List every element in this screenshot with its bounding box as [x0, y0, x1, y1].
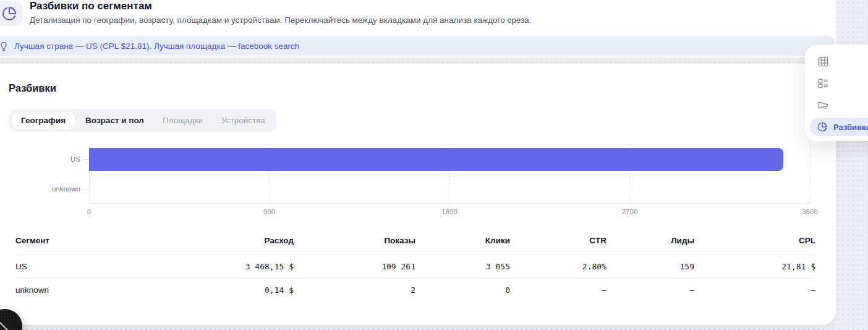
- category-label: US: [5, 155, 80, 163]
- side-nav-panel: Разбивки: [805, 45, 868, 141]
- megaphone-icon: [817, 99, 829, 111]
- pie-chart-icon: [817, 122, 827, 132]
- insight-text: Лучшая страна — US (CPL $21.81). Лучшая …: [14, 41, 299, 51]
- table-cell: 21,81 $: [694, 255, 815, 279]
- table-cell: 3 468,15 $: [179, 255, 294, 279]
- page-subtitle: Детализация по географии, возрасту, площ…: [30, 15, 531, 26]
- insight-banner: Лучшая страна — US (CPL $21.81). Лучшая …: [0, 36, 835, 56]
- nav-item-label: Разбивки: [833, 123, 868, 132]
- chart-row-unknown: unknown: [89, 174, 810, 204]
- x-tick-label: 3600: [802, 208, 818, 215]
- tab-placements[interactable]: Площадки: [154, 111, 211, 129]
- table-cell: US: [15, 255, 179, 279]
- pie-chart-icon: [0, 1, 22, 26]
- breakdowns-card: Разбивки География Возраст и пол Площадк…: [0, 64, 836, 325]
- x-tick-label: 2700: [622, 208, 638, 215]
- table-header-cell: Клики: [415, 230, 510, 255]
- x-tick-label: 900: [263, 208, 275, 215]
- table-cell: unknown: [15, 279, 179, 302]
- table-cell: 0: [415, 279, 510, 302]
- tab-devices[interactable]: Устройства: [213, 111, 274, 129]
- table-header-row: СегментРасходПоказыКликиCTRЛидыCPL: [15, 230, 815, 255]
- nav-grid-button[interactable]: [805, 51, 868, 72]
- breakdown-tabs: География Возраст и пол Площадки Устройс…: [9, 109, 276, 132]
- table-row: US3 468,15 $109 2613 0552.80%15921,81 $: [15, 255, 815, 279]
- lightbulb-icon: [0, 41, 9, 51]
- table-cell: 2: [294, 279, 415, 302]
- table-cell: –: [510, 279, 606, 302]
- table-cell: 159: [606, 255, 694, 279]
- header-card: Разбивки по сегментам Детализация по гео…: [0, 0, 836, 58]
- nav-megaphone-button[interactable]: [805, 94, 868, 116]
- nav-breakdowns-item[interactable]: Разбивки: [810, 118, 868, 136]
- table-body: US3 468,15 $109 2613 0552.80%15921,81 $u…: [15, 255, 815, 302]
- table-cell: 3 055: [415, 255, 510, 279]
- category-label: unknown: [5, 185, 80, 193]
- breakdown-chart: USunknown 0900180027003600: [89, 144, 810, 219]
- section-heading: Разбивки: [9, 82, 817, 94]
- layout-list-icon: [817, 77, 829, 89]
- tab-geography[interactable]: География: [11, 111, 75, 129]
- table-row: unknown0,14 $20–––: [15, 279, 815, 302]
- table-header-cell: Показы: [294, 230, 415, 255]
- table-header-cell: CPL: [694, 230, 815, 255]
- table-cell: –: [606, 279, 694, 302]
- nav-layout-list-button[interactable]: [805, 72, 868, 94]
- table-header-cell: Расход: [179, 230, 294, 255]
- table-cell: 2.80%: [510, 255, 606, 279]
- page-title: Разбивки по сегментам: [30, 0, 531, 12]
- table-cell: 0,14 $: [179, 279, 294, 302]
- table-cell: –: [694, 279, 815, 302]
- category-tick: [85, 189, 89, 189]
- tab-age-gender[interactable]: Возраст и пол: [77, 111, 153, 129]
- category-tick: [85, 159, 89, 160]
- table-header-cell: CTR: [510, 230, 606, 255]
- gridline: [810, 144, 811, 203]
- chart-x-axis: 0900180027003600: [89, 204, 810, 219]
- chart-row-US: US: [89, 144, 810, 174]
- table-header-cell: Лиды: [606, 230, 694, 255]
- chart-plot-area: USunknown: [89, 144, 810, 204]
- table-cell: 109 261: [294, 255, 415, 279]
- breakdown-table: СегментРасходПоказыКликиCTRЛидыCPL US3 4…: [15, 230, 815, 302]
- bar-US[interactable]: [89, 148, 783, 171]
- x-tick-label: 0: [87, 208, 91, 215]
- x-tick-label: 1800: [441, 208, 457, 215]
- table-header-cell: Сегмент: [15, 230, 179, 255]
- grid-icon: [817, 56, 829, 67]
